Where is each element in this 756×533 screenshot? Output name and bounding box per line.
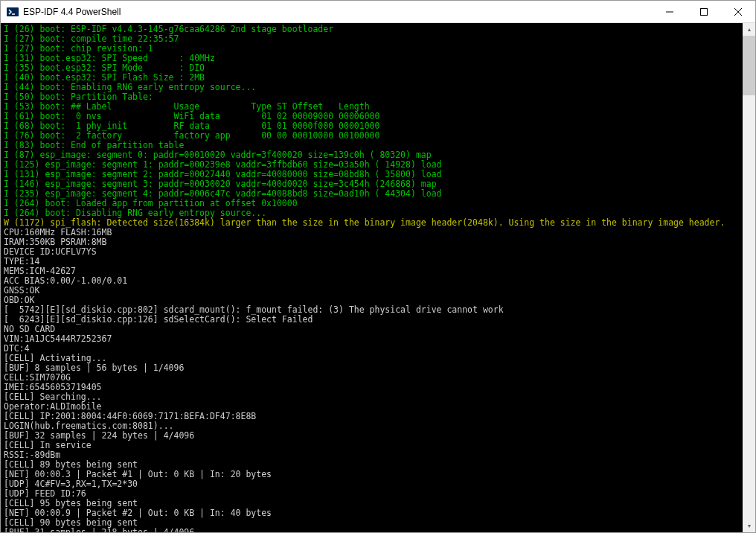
window-titlebar[interactable]: ESP-IDF 4.4 PowerShell <box>1 1 755 23</box>
terminal-line: IRAM:350KB PSRAM:8MB <box>4 237 740 247</box>
scroll-down-arrow[interactable]: ▾ <box>743 520 755 532</box>
minimize-button[interactable] <box>653 1 687 23</box>
terminal-line: [BUF] 8 samples | 56 bytes | 1/4096 <box>4 363 740 373</box>
svg-rect-3 <box>701 8 708 15</box>
terminal-line: W (1172) spi_flash: Detected size(16384k… <box>4 218 740 228</box>
terminal-container: I (26) boot: ESP-IDF v4.4.3-145-g76caa64… <box>1 23 755 532</box>
terminal-line: GNSS:OK <box>4 286 740 296</box>
scroll-thumb[interactable] <box>743 36 755 95</box>
terminal-line: [BUF] 31 samples | 218 bytes | 4/4096 <box>4 528 740 532</box>
window-title: ESP-IDF 4.4 PowerShell <box>23 7 653 17</box>
terminal-line: VIN:1A1JC5444R7252367 <box>4 334 740 344</box>
vertical-scrollbar[interactable]: ▴ ▾ <box>743 23 755 532</box>
terminal-line: CELL:SIM7070G <box>4 373 740 383</box>
terminal-line: [BUF] 32 samples | 224 bytes | 4/4096 <box>4 431 740 441</box>
terminal-line: DEVICE ID:UCFLV7YS <box>4 247 740 257</box>
terminal-line: [UDP] 4C#FV=3,RX=1,TX=2*30 <box>4 479 740 489</box>
terminal-line: DTC:4 <box>4 344 740 354</box>
svg-rect-0 <box>7 7 19 16</box>
close-button[interactable] <box>721 1 755 23</box>
terminal-line: TYPE:14 <box>4 257 740 266</box>
terminal-output[interactable]: I (26) boot: ESP-IDF v4.4.3-145-g76caa64… <box>1 23 743 532</box>
terminal-line: [CELL] In service <box>4 441 740 450</box>
terminal-line: CPU:160MHz FLASH:16MB <box>4 228 740 237</box>
terminal-line: ACC BIAS:0.00/-1.00/0.01 <box>4 276 740 286</box>
window-controls <box>653 1 755 23</box>
powershell-window: ESP-IDF 4.4 PowerShell I (26) boot: ESP-… <box>0 0 756 533</box>
terminal-line: IMEI:65456053719405 <box>4 383 740 392</box>
terminal-line: [ 6243][E][sd_diskio.cpp:126] sdSelectCa… <box>4 315 740 325</box>
powershell-icon <box>7 6 19 18</box>
maximize-button[interactable] <box>687 1 721 23</box>
scroll-up-arrow[interactable]: ▴ <box>743 23 755 36</box>
terminal-line: NO SD CARD <box>4 325 740 334</box>
scroll-track[interactable] <box>743 36 755 520</box>
terminal-line: [CELL] Searching... <box>4 392 740 402</box>
